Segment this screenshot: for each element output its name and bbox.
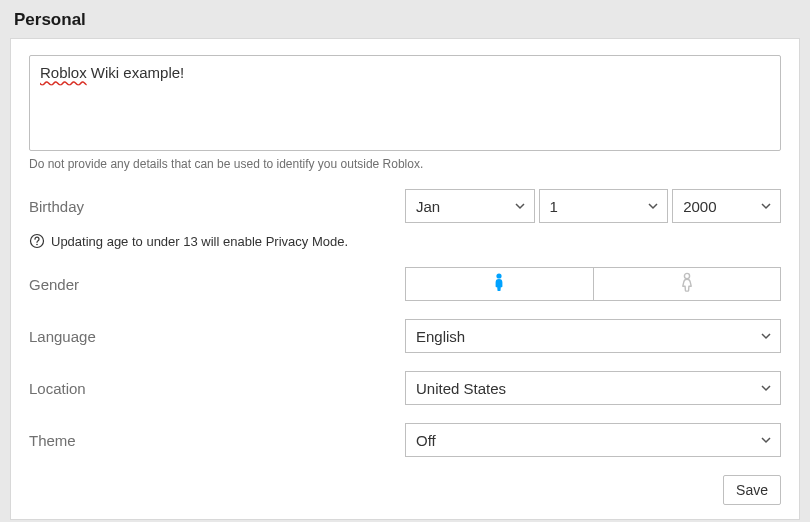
gender-row: Gender [29, 267, 781, 301]
description-word: Roblox [40, 64, 87, 81]
privacy-note-text: Updating age to under 13 will enable Pri… [51, 234, 348, 249]
description-hint: Do not provide any details that can be u… [29, 157, 781, 171]
theme-row: Theme Off [29, 423, 781, 457]
theme-select[interactable]: Off [405, 423, 781, 457]
privacy-note: Updating age to under 13 will enable Pri… [29, 233, 781, 249]
birthday-year-value: 2000 [683, 198, 716, 215]
birthday-label: Birthday [29, 198, 405, 215]
section-title: Personal [0, 0, 810, 38]
chevron-down-icon [514, 200, 526, 212]
chevron-down-icon [760, 382, 772, 394]
birthday-month-value: Jan [416, 198, 440, 215]
theme-label: Theme [29, 432, 405, 449]
female-icon [679, 272, 695, 296]
language-label: Language [29, 328, 405, 345]
save-row: Save [29, 475, 781, 505]
language-select[interactable]: English [405, 319, 781, 353]
question-circle-icon[interactable] [29, 233, 45, 249]
location-row: Location United States [29, 371, 781, 405]
chevron-down-icon [760, 200, 772, 212]
birthday-day-select[interactable]: 1 [539, 189, 669, 223]
chevron-down-icon [647, 200, 659, 212]
gender-male-button[interactable] [406, 268, 593, 300]
svg-point-2 [497, 273, 502, 278]
birthday-controls: Jan 1 2000 [405, 189, 781, 223]
gender-female-button[interactable] [593, 268, 781, 300]
description-rest: Wiki example! [87, 64, 185, 81]
birthday-row: Birthday Jan 1 2000 [29, 189, 781, 223]
location-label: Location [29, 380, 405, 397]
location-value: United States [416, 380, 506, 397]
description-input[interactable]: Roblox Wiki example! [29, 55, 781, 151]
birthday-month-select[interactable]: Jan [405, 189, 535, 223]
gender-group [405, 267, 781, 301]
location-select[interactable]: United States [405, 371, 781, 405]
male-icon [491, 272, 507, 296]
gender-label: Gender [29, 276, 405, 293]
svg-point-3 [684, 273, 689, 278]
save-button[interactable]: Save [723, 475, 781, 505]
personal-panel: Roblox Wiki example! Do not provide any … [10, 38, 800, 520]
chevron-down-icon [760, 434, 772, 446]
birthday-day-value: 1 [550, 198, 558, 215]
chevron-down-icon [760, 330, 772, 342]
birthday-year-select[interactable]: 2000 [672, 189, 781, 223]
language-value: English [416, 328, 465, 345]
language-row: Language English [29, 319, 781, 353]
theme-value: Off [416, 432, 436, 449]
svg-point-1 [36, 244, 38, 246]
